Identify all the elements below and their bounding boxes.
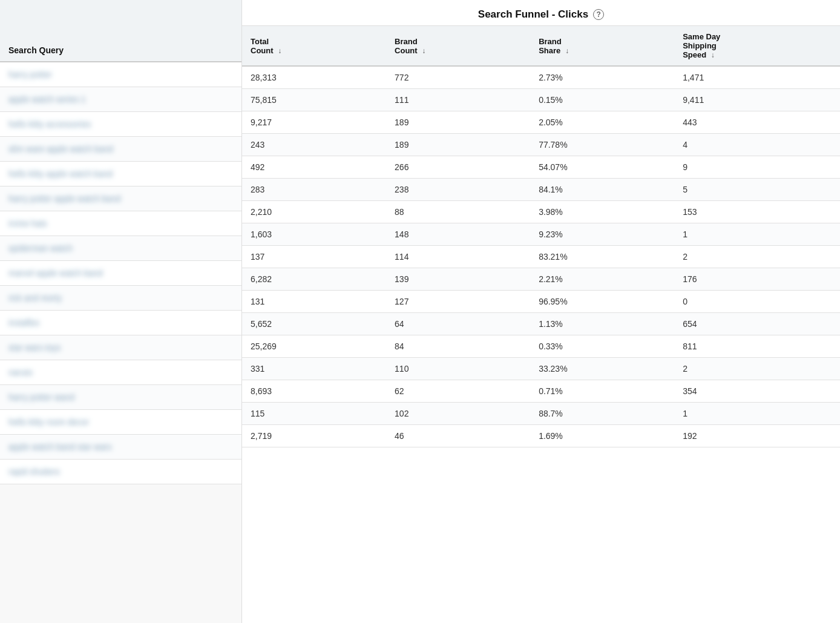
brand-share-label: BrandShare bbox=[539, 37, 562, 55]
cell-brand-count: 102 bbox=[386, 403, 530, 425]
table-row: 25,269840.33%811 bbox=[242, 335, 840, 358]
cell-shipping-speed: 654 bbox=[674, 313, 840, 335]
cell-brand-share: 0.33% bbox=[530, 335, 674, 358]
cell-shipping-speed: 1,471 bbox=[674, 66, 840, 89]
brand-share-sort-icon[interactable]: ↓ bbox=[565, 47, 569, 55]
brand-count-header[interactable]: BrandCount ↓ bbox=[386, 26, 530, 66]
total-count-header[interactable]: TotalCount ↓ bbox=[242, 26, 386, 66]
list-item: slim ware apple watch band bbox=[0, 137, 241, 162]
cell-total-count: 283 bbox=[242, 179, 386, 201]
cell-brand-share: 83.21% bbox=[530, 246, 674, 268]
cell-shipping-speed: 354 bbox=[674, 380, 840, 403]
list-item: hello kitty accessories bbox=[0, 112, 241, 137]
shipping-speed-sort-icon[interactable]: ↓ bbox=[711, 51, 715, 59]
cell-brand-count: 238 bbox=[386, 179, 530, 201]
cell-shipping-speed: 5 bbox=[674, 179, 840, 201]
cell-total-count: 331 bbox=[242, 358, 386, 380]
list-item: harry potter apple watch band bbox=[0, 186, 241, 211]
list-item: star wars toys bbox=[0, 335, 241, 360]
list-item: instaflex bbox=[0, 311, 241, 335]
cell-shipping-speed: 153 bbox=[674, 201, 840, 223]
shipping-speed-label: Same DayShippingSpeed bbox=[683, 32, 720, 59]
table-row: 33111033.23%2 bbox=[242, 358, 840, 380]
table-row: 24318977.78%4 bbox=[242, 134, 840, 156]
cell-brand-count: 64 bbox=[386, 313, 530, 335]
cell-shipping-speed: 1 bbox=[674, 403, 840, 425]
cell-shipping-speed: 2 bbox=[674, 246, 840, 268]
cell-shipping-speed: 176 bbox=[674, 268, 840, 291]
cell-brand-share: 2.05% bbox=[530, 111, 674, 134]
query-column-header: Search Query bbox=[0, 0, 241, 62]
cell-total-count: 6,282 bbox=[242, 268, 386, 291]
cell-total-count: 492 bbox=[242, 156, 386, 179]
cell-brand-count: 84 bbox=[386, 335, 530, 358]
brand-count-sort-icon[interactable]: ↓ bbox=[422, 47, 425, 55]
cell-total-count: 75,815 bbox=[242, 89, 386, 111]
list-item: rick and morty bbox=[0, 286, 241, 311]
list-item: rapid shutters bbox=[0, 460, 241, 484]
list-item: harry potter bbox=[0, 62, 241, 87]
help-icon[interactable]: ? bbox=[593, 9, 604, 20]
total-count-sort-icon[interactable]: ↓ bbox=[278, 47, 281, 55]
cell-shipping-speed: 9,411 bbox=[674, 89, 840, 111]
cell-shipping-speed: 443 bbox=[674, 111, 840, 134]
brand-share-header[interactable]: BrandShare ↓ bbox=[530, 26, 674, 66]
cell-shipping-speed: 0 bbox=[674, 291, 840, 313]
cell-total-count: 243 bbox=[242, 134, 386, 156]
cell-brand-share: 9.23% bbox=[530, 223, 674, 246]
cell-total-count: 2,210 bbox=[242, 201, 386, 223]
list-item: marvel apple watch band bbox=[0, 261, 241, 286]
table-row: 13711483.21%2 bbox=[242, 246, 840, 268]
cell-brand-share: 84.1% bbox=[530, 179, 674, 201]
cell-total-count: 131 bbox=[242, 291, 386, 313]
cell-brand-share: 88.7% bbox=[530, 403, 674, 425]
cell-brand-count: 189 bbox=[386, 134, 530, 156]
cell-brand-count: 88 bbox=[386, 201, 530, 223]
cell-shipping-speed: 2 bbox=[674, 358, 840, 380]
cell-total-count: 2,719 bbox=[242, 425, 386, 447]
list-item: spiderman watch bbox=[0, 236, 241, 261]
table-row: 28,3137722.73%1,471 bbox=[242, 66, 840, 89]
cell-brand-count: 148 bbox=[386, 223, 530, 246]
list-item: naruto bbox=[0, 360, 241, 385]
table-row: 13112796.95%0 bbox=[242, 291, 840, 313]
list-item: hello kitty room decor bbox=[0, 410, 241, 435]
cell-total-count: 25,269 bbox=[242, 335, 386, 358]
left-panel: Search Query harry potterapple watch ser… bbox=[0, 0, 242, 623]
table-row: 11510288.7%1 bbox=[242, 403, 840, 425]
cell-total-count: 28,313 bbox=[242, 66, 386, 89]
table-row: 8,693620.71%354 bbox=[242, 380, 840, 403]
cell-brand-count: 772 bbox=[386, 66, 530, 89]
shipping-speed-header[interactable]: Same DayShippingSpeed ↓ bbox=[674, 26, 840, 66]
cell-brand-count: 110 bbox=[386, 358, 530, 380]
table-row: 6,2821392.21%176 bbox=[242, 268, 840, 291]
cell-brand-share: 54.07% bbox=[530, 156, 674, 179]
cell-brand-count: 189 bbox=[386, 111, 530, 134]
cell-brand-count: 114 bbox=[386, 246, 530, 268]
table-row: 5,652641.13%654 bbox=[242, 313, 840, 335]
cell-total-count: 137 bbox=[242, 246, 386, 268]
section-title-text: Search Funnel - Clicks bbox=[478, 8, 588, 21]
cell-total-count: 9,217 bbox=[242, 111, 386, 134]
cell-brand-share: 33.23% bbox=[530, 358, 674, 380]
cell-brand-count: 62 bbox=[386, 380, 530, 403]
cell-shipping-speed: 811 bbox=[674, 335, 840, 358]
table-row: 1,6031489.23%1 bbox=[242, 223, 840, 246]
list-item: irvine hats bbox=[0, 211, 241, 236]
total-count-label: TotalCount bbox=[251, 37, 274, 55]
page-container: Search Query harry potterapple watch ser… bbox=[0, 0, 840, 623]
cell-shipping-speed: 9 bbox=[674, 156, 840, 179]
table-header-row: TotalCount ↓ BrandCount ↓ BrandShare ↓ S… bbox=[242, 26, 840, 66]
cell-brand-share: 3.98% bbox=[530, 201, 674, 223]
cell-brand-share: 0.71% bbox=[530, 380, 674, 403]
table-row: 2,719461.69%192 bbox=[242, 425, 840, 447]
cell-total-count: 1,603 bbox=[242, 223, 386, 246]
section-title-bar: Search Funnel - Clicks ? bbox=[242, 0, 840, 26]
list-item: harry potter wand bbox=[0, 385, 241, 410]
cell-brand-share: 2.21% bbox=[530, 268, 674, 291]
cell-brand-share: 96.95% bbox=[530, 291, 674, 313]
cell-brand-share: 2.73% bbox=[530, 66, 674, 89]
table-row: 75,8151110.15%9,411 bbox=[242, 89, 840, 111]
cell-total-count: 8,693 bbox=[242, 380, 386, 403]
cell-total-count: 115 bbox=[242, 403, 386, 425]
